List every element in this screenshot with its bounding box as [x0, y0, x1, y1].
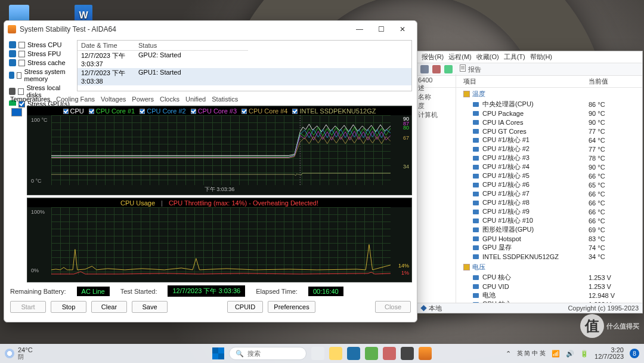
- tab-clocks[interactable]: Clocks: [160, 95, 179, 103]
- sensor-icon: [473, 156, 479, 161]
- log-row[interactable]: 12/7/2023 下午 3:03:37GPU2: Started: [78, 51, 411, 68]
- sensor-row[interactable]: GPU 显存74 °C: [460, 243, 642, 252]
- taskbar[interactable]: 24°C 阴 🔍搜索 ⌃ 英 简 中 英 📶 🔊 🔋 3:20 12/7/202…: [0, 344, 644, 363]
- taskbar-aida-icon[interactable]: [419, 347, 432, 360]
- tool-icon[interactable]: [420, 65, 429, 73]
- legend-item[interactable]: CPU Core #2: [140, 107, 185, 115]
- menu-item[interactable]: 工具(T): [504, 53, 525, 61]
- tool-icon[interactable]: [432, 65, 441, 73]
- chart-side-toggle[interactable]: [9, 106, 24, 282]
- wifi-icon[interactable]: 📶: [552, 350, 560, 358]
- checkbox[interactable]: [18, 51, 25, 57]
- menu-item[interactable]: 报告(R): [422, 53, 444, 61]
- sensor-row[interactable]: CPU #1/核心 #490 °C: [460, 162, 642, 171]
- menu-item[interactable]: 帮助(H): [530, 53, 552, 61]
- checkbox[interactable]: [18, 101, 25, 107]
- checkbox[interactable]: [18, 60, 25, 66]
- sensor-icon: [473, 227, 479, 232]
- y-min: 0%: [31, 267, 39, 273]
- tab-voltages[interactable]: Voltages: [101, 95, 126, 103]
- stress-option[interactable]: Stress system memory: [9, 68, 73, 82]
- sensor-row[interactable]: 电池12.948 V: [460, 291, 642, 300]
- hw-tree-panel[interactable]: 6400述名称度计算机: [417, 74, 456, 303]
- checkbox[interactable]: [63, 109, 69, 114]
- checkbox[interactable]: [191, 109, 196, 114]
- sensor-icon: [473, 129, 479, 134]
- sensor-row[interactable]: CPU #1/核心 #1066 °C: [460, 216, 642, 225]
- tab-cooling-fans[interactable]: Cooling Fans: [56, 95, 95, 103]
- clear-button[interactable]: Clear: [91, 301, 127, 313]
- chart-tabs[interactable]: TemperaturesCooling FansVoltagesPowersCl…: [9, 94, 412, 103]
- legend-item[interactable]: CPU Core #4: [242, 107, 287, 115]
- menu-item[interactable]: 远程(M): [448, 53, 472, 61]
- tab-unified[interactable]: Unified: [185, 95, 206, 103]
- maximize-button[interactable]: ☐: [370, 21, 392, 38]
- sensor-row[interactable]: CPU #1/核心 #566 °C: [460, 171, 642, 180]
- sensor-row[interactable]: 图形处理器(GPU)69 °C: [460, 225, 642, 234]
- taskbar-app-icon[interactable]: [383, 347, 396, 360]
- taskbar-app-icon[interactable]: [401, 347, 414, 360]
- close-button-bottom[interactable]: Close: [375, 301, 411, 313]
- titlebar[interactable]: System Stability Test - AIDA64 — ☐ ✕: [4, 21, 417, 38]
- log-row[interactable]: 12/7/2023 下午 3:03:38GPU1: Started: [78, 68, 411, 85]
- stress-option[interactable]: Stress CPU: [9, 41, 73, 48]
- volume-icon[interactable]: 🔊: [566, 350, 574, 358]
- checkbox[interactable]: [89, 109, 94, 114]
- sensor-row[interactable]: CPU IA Cores90 °C: [460, 118, 642, 127]
- checkbox[interactable]: [17, 72, 22, 79]
- sensor-row[interactable]: CPU #1/核心 #164 °C: [460, 136, 642, 144]
- cpuid-button[interactable]: CPUID: [227, 301, 263, 313]
- legend-item[interactable]: CPU Core #1: [89, 107, 135, 115]
- sensor-row[interactable]: CPU #1/核心 #665 °C: [460, 180, 642, 189]
- save-button[interactable]: Save: [132, 301, 168, 313]
- hw-menubar[interactable]: 报告(R)远程(M)收藏(O)工具(T)帮助(H): [417, 51, 642, 63]
- tab-temperatures[interactable]: Temperatures: [10, 95, 50, 103]
- legend-item[interactable]: CPU: [63, 107, 84, 115]
- section-title[interactable]: 电压: [460, 261, 642, 273]
- sensor-row[interactable]: CPU #1/核心 #378 °C: [460, 153, 642, 162]
- taskbar-app-icon[interactable]: [329, 347, 342, 360]
- sensor-row[interactable]: INTEL SSDPEKNU512GZ34 °C: [460, 252, 642, 261]
- sensor-row[interactable]: CPU 核心1.253 V: [460, 273, 642, 282]
- ime-indicator[interactable]: 英 简 中 英: [517, 349, 546, 358]
- stop-button[interactable]: Stop: [51, 301, 86, 313]
- tray-chevron-icon[interactable]: ⌃: [506, 350, 511, 358]
- checkbox[interactable]: [18, 42, 25, 48]
- stress-option[interactable]: Stress FPU: [9, 50, 73, 57]
- notification-badge[interactable]: 8: [630, 349, 639, 358]
- taskbar-app-icon[interactable]: [365, 347, 378, 360]
- sensor-row[interactable]: CPU #1/核心 #866 °C: [460, 198, 642, 207]
- checkbox[interactable]: [140, 109, 145, 114]
- tool-icon[interactable]: [444, 65, 453, 73]
- chart1-legend[interactable]: CPUCPU Core #1CPU Core #2CPU Core #3CPU …: [27, 107, 411, 115]
- tab-statistics[interactable]: Statistics: [212, 95, 238, 103]
- taskbar-app-icon[interactable]: [311, 347, 324, 360]
- checkbox[interactable]: [242, 109, 247, 114]
- close-button[interactable]: ✕: [392, 21, 413, 38]
- stress-option[interactable]: Stress cache: [9, 59, 73, 66]
- legend-item[interactable]: INTEL SSDPEKNU512GZ: [292, 107, 376, 115]
- legend-item[interactable]: CPU Core #3: [191, 107, 237, 115]
- section-title[interactable]: 温度: [460, 88, 642, 100]
- search-box[interactable]: 🔍搜索: [229, 347, 306, 360]
- sensor-row[interactable]: CPU Package90 °C: [460, 109, 642, 118]
- sensor-row[interactable]: CPU #1/核心 #766 °C: [460, 189, 642, 198]
- tab-powers[interactable]: Powers: [132, 95, 154, 103]
- start-button[interactable]: [212, 347, 224, 359]
- taskbar-clock[interactable]: 3:20 12/7/2023: [595, 347, 624, 360]
- sensor-row[interactable]: 中央处理器(CPU)86 °C: [460, 100, 642, 109]
- taskbar-app-icon[interactable]: [347, 347, 360, 360]
- start-button[interactable]: Start: [10, 301, 46, 313]
- checkbox[interactable]: [292, 109, 298, 114]
- sensor-row[interactable]: CPU #1/核心 #277 °C: [460, 144, 642, 153]
- taskbar-weather[interactable]: 24°C 阴: [5, 347, 33, 360]
- preferences-button[interactable]: Preferences: [268, 301, 315, 313]
- minimize-button[interactable]: —: [349, 21, 370, 38]
- sensor-row[interactable]: CPU #1/核心 #966 °C: [460, 207, 642, 216]
- r-label: 80: [403, 125, 409, 131]
- menu-item[interactable]: 收藏(O): [476, 53, 499, 61]
- sensor-row[interactable]: CPU VID1.253 V: [460, 282, 642, 291]
- sensor-row[interactable]: CPU GT Cores77 °C: [460, 127, 642, 136]
- sensor-row[interactable]: GPU Hotspot83 °C: [460, 234, 642, 243]
- battery-icon[interactable]: 🔋: [580, 350, 589, 358]
